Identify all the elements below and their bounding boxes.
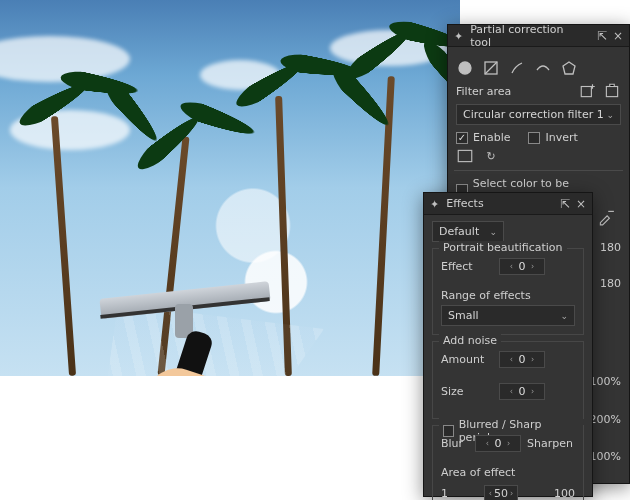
pin-icon[interactable]: ⇱ [560,198,570,210]
svg-rect-6 [458,150,472,161]
filter-area-dropdown[interactable]: Circular correction filter 1 ⌄ [456,104,621,125]
chevron-down-icon: ⌄ [606,110,614,120]
slider-amount[interactable]: Amount ‹0› [441,348,575,370]
shape-gradient-icon[interactable] [482,59,500,77]
close-icon[interactable]: × [576,198,586,210]
wand-icon [454,30,464,42]
side-value: 200% [590,413,621,426]
slider-area-of-effect[interactable]: 1 ‹50› 100 [441,485,575,500]
pin-icon[interactable]: ⇱ [597,30,607,42]
svg-line-2 [485,62,497,74]
filter-area-label: Filter area [456,85,511,98]
wand-icon [430,198,440,210]
svg-point-0 [459,62,471,74]
side-value: 100% [590,375,621,388]
eyedropper-minus-icon[interactable] [597,209,615,225]
shape-polygon-icon[interactable] [560,59,578,77]
slider-size[interactable]: Size ‹0› [441,380,575,402]
canvas-photo [0,0,460,376]
filter-area-value: Circular correction filter 1 [463,108,604,121]
side-value: 180 [600,241,621,254]
close-icon[interactable]: × [613,30,623,42]
new-filter-icon[interactable] [579,83,597,99]
shape-curve-icon[interactable] [534,59,552,77]
panel-title-text: Partial correction tool [470,23,585,49]
panel-effects: Effects ⇱ × Default ⌄ Portrait beautific… [423,192,593,497]
side-value: 180 [600,277,621,290]
range-label: Range of effects [441,289,575,302]
panel-title-bar[interactable]: Partial correction tool ⇱ × [448,25,629,47]
chevron-down-icon: ⌄ [560,311,568,321]
group-portrait: Portrait beautification Effect ‹0› Range… [432,248,584,335]
svg-rect-4 [581,86,591,96]
shape-circle-icon[interactable] [456,59,474,77]
enable-checkbox[interactable]: ✓Enable [456,131,510,144]
side-value: 100% [590,450,621,463]
rect-mask-icon[interactable] [456,148,474,164]
mask-shape-row [456,59,621,77]
preset-value: Default [439,225,479,238]
invert-checkbox[interactable]: Invert [528,131,577,144]
range-dropdown[interactable]: Small ⌄ [441,305,575,326]
area-of-effect-label: Area of effect [441,466,575,479]
reload-icon[interactable]: ↻ [482,148,500,164]
panel-title-bar[interactable]: Effects ⇱ × [424,193,592,215]
shape-brush-icon[interactable] [508,59,526,77]
group-periphery: Blurred / Sharp periphery Blur ‹0› Sharp… [432,425,584,500]
preset-dropdown[interactable]: Default ⌄ [432,221,504,242]
squeegee-graphic [60,260,290,376]
delete-filter-icon[interactable] [603,83,621,99]
slider-effect[interactable]: Effect ‹0› [441,255,575,277]
svg-marker-3 [563,62,575,74]
slider-blur-sharpen[interactable]: Blur ‹0› Sharpen [441,432,575,454]
chevron-down-icon: ⌄ [489,227,497,237]
svg-rect-5 [606,86,617,96]
group-add-noise: Add noise Amount ‹0› Size ‹0› [432,341,584,419]
panel-title-text: Effects [446,197,483,210]
